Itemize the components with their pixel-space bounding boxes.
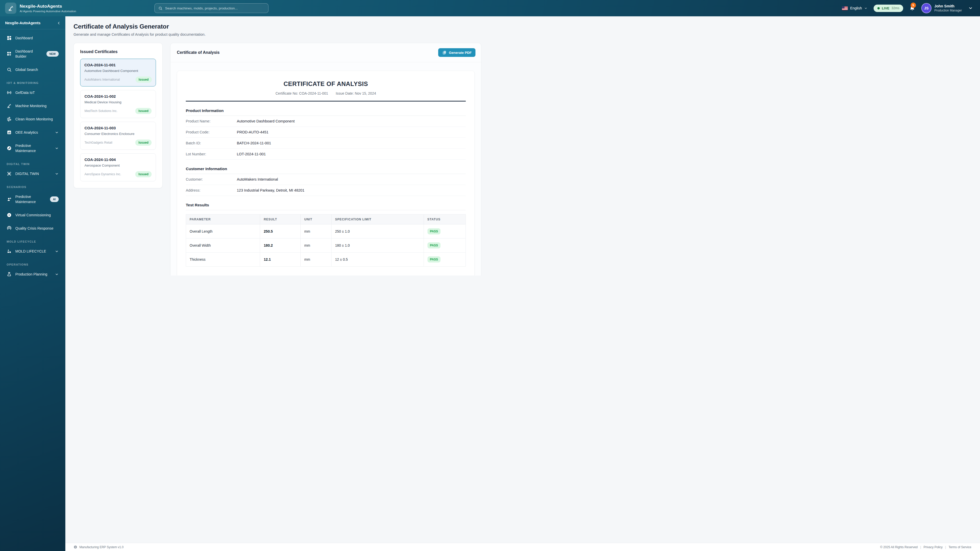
new-badge: NEW [46,51,59,57]
robot-arm-icon [6,103,12,108]
status-badge: Issued [135,140,151,146]
sidebar-item-production-planning[interactable]: Production Planning [3,268,62,275]
column-header-result: RESULT [260,214,301,224]
sidebar-item-gefdata-iot[interactable]: GefData IoT [3,87,62,98]
section-title-customer-information: Customer Information [186,167,466,174]
sidebar-item-predictive-maintenance[interactable]: Predictive Maintenance [3,140,62,156]
certificate-customer: AutoMakers International [84,78,120,81]
sidebar-item-global-search[interactable]: Global Search [3,64,62,75]
column-header-unit: UNIT [301,214,331,224]
info-label: Address: [186,188,237,192]
pass-badge: PASS [428,242,441,248]
result-cell: 12.1 [260,252,301,267]
certificate-id: COA-2024-11-001 [84,63,152,67]
sidebar-section-mold-lifecycle: MOLD LIFECYCLE [3,236,62,246]
certificate-id: COA-2024-11-004 [84,157,151,162]
search-input[interactable] [165,6,265,10]
document-divider [186,101,466,102]
global-search-bar[interactable] [154,3,269,13]
certificate-customer: TechGadgets Retail [84,141,112,144]
info-value: PROD-AUTO-4451 [237,130,466,134]
sidebar-item-dashboard-builder[interactable]: Dashboard BuilderNEW [3,46,62,62]
sidebar-item-label: Quality Crisis Response [15,226,59,231]
certificate-id: COA-2024-11-003 [84,126,151,130]
app-header: Nexgile-AutoAgents AI Agents Powering Au… [0,0,490,16]
ai-badge: AI [50,197,59,202]
sidebar-item-label: Dashboard Builder [15,49,43,59]
certificate-card-coa-2024-11-001[interactable]: COA-2024-11-001Automotive Dashboard Comp… [80,59,156,86]
spec-cell: 250 ± 1.0 [331,224,424,238]
sidebar-section-iot-monitoring: IOT & MONITORING [3,77,62,87]
pdf-file-icon: PDF [442,50,447,55]
sidebar-item-label: Clean Room Monitoring [15,117,59,122]
iot-icon [6,90,12,95]
info-row-product-name: Product Name:Automotive Dashboard Compon… [186,116,466,127]
dashboard-icon [6,35,12,41]
status-badge: Issued [135,108,151,114]
generate-pdf-label: Generate PDF [449,51,472,55]
bar-chart-icon [6,130,12,135]
robot-arm-icon [8,5,14,11]
chevron-down-icon [55,249,59,253]
result-cell: 180.2 [260,238,301,252]
generate-pdf-button[interactable]: PDF Generate PDF [438,48,476,57]
status-cell: PASS [424,252,466,267]
issue-date-label: Issue Date: [336,91,354,95]
sidebar: Nexgile-AutoAgents DashboardDashboard Bu… [0,16,65,275]
chevron-down-icon [55,146,59,150]
chevron-down-icon [55,172,59,176]
sidebar-title: Nexgile-AutoAgents [5,21,41,25]
sidebar-item-label: Production Planning [15,272,51,275]
certificate-card-coa-2024-11-004[interactable]: COA-2024-11-004Aerospace ComponentAeroSp… [80,153,156,181]
sidebar-item-label: Dashboard [15,35,59,41]
sidebar-item-clean-room-monitoring[interactable]: Clean Room Monitoring [3,114,62,125]
issued-certificates-title: Issued Certificates [80,49,156,54]
sidebar-item-machine-monitoring[interactable]: Machine Monitoring [3,100,62,111]
pass-badge: PASS [428,256,441,262]
info-value: 123 Industrial Parkway, Detroit, MI 4820… [237,188,466,192]
certificate-card-coa-2024-11-002[interactable]: COA-2024-11-002Medical Device HousingMed… [80,90,156,118]
flask-icon [6,272,12,275]
certificate-document: CERTIFICATE OF ANALYSIS Certificate No: … [177,71,475,275]
wrench-circle-icon [6,146,12,151]
search-icon [6,67,12,72]
sidebar-collapse-button[interactable] [57,21,61,25]
issued-certificates-panel: Issued Certificates COA-2024-11-001Autom… [73,43,162,188]
app-title: Nexgile-AutoAgents [20,4,76,9]
status-badge: Issued [135,76,152,83]
info-row-address: Address:123 Industrial Parkway, Detroit,… [186,185,466,196]
certificate-card-coa-2024-11-003[interactable]: COA-2024-11-003Consumer Electronics Encl… [80,122,156,150]
dashboard-builder-icon [6,51,12,56]
parameter-cell: Overall Length [186,224,260,238]
info-label: Batch ID: [186,141,237,145]
section-title-product-information: Product Information [186,108,466,116]
info-row-batch-id: Batch ID:BATCH-2024-11-001 [186,138,466,149]
sidebar-item-digital-twin[interactable]: DIGITAL TWIN [3,168,62,179]
issue-date-value: Nov 15, 2024 [355,91,376,95]
sidebar-item-oee-analytics[interactable]: OEE Analytics [3,127,62,138]
chevron-left-icon [57,21,61,25]
shapes-icon [6,249,12,254]
certificate-meta: Certificate No: COA-2024-11-001 Issue Da… [186,91,466,95]
sidebar-item-predictive-maintenance[interactable]: Predictive MaintenanceAI [3,191,62,207]
unit-cell: mm [301,224,331,238]
unit-cell: mm [301,238,331,252]
sidebar-item-virtual-commissioning[interactable]: Virtual Commissioning [3,210,62,221]
search-icon [158,6,162,11]
sidebar-item-quality-crisis-response[interactable]: Quality Crisis Response [3,223,62,234]
column-header-specification-limit: SPECIFICATION LIMIT [331,214,424,224]
info-label: Customer: [186,177,237,181]
app-logo [5,3,16,14]
certificate-panel-title: Certificate of Analysis [177,50,220,55]
main-content: Certificate of Analysis Generator Genera… [65,0,490,275]
certificate-panel: Certificate of Analysis PDF Generate PDF… [170,43,481,275]
column-header-parameter: PARAMETER [186,214,260,224]
status-cell: PASS [424,238,466,252]
test-result-row-thickness: Thickness12.1mm12 ± 0.5PASS [186,252,466,267]
sidebar-item-mold-lifecycle[interactable]: MOLD LIFECYCLE [3,246,62,257]
column-header-status: STATUS [424,214,466,224]
sidebar-item-dashboard[interactable]: Dashboard [3,32,62,44]
certificate-customer: MedTech Solutions Inc. [84,109,118,113]
sidebar-item-label: Virtual Commissioning [15,213,59,218]
app-subtitle: AI Agents Powering Automotive Automation [20,10,76,13]
